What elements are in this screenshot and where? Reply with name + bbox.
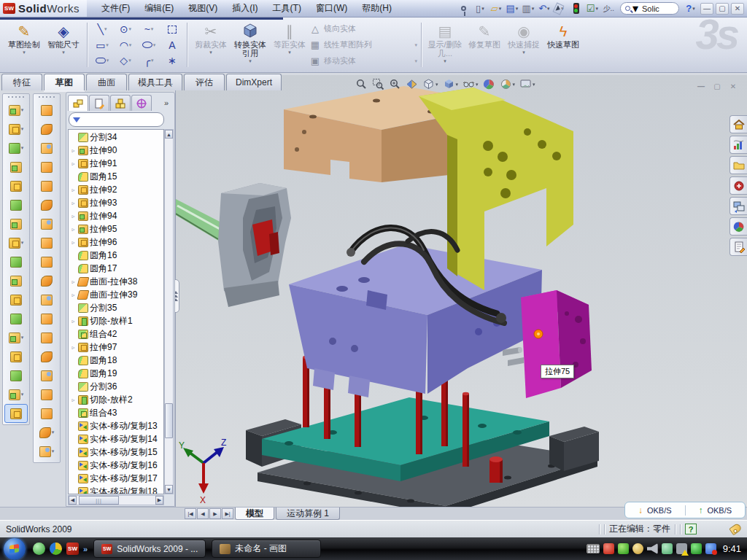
expand-arrow[interactable]: ▹ [70, 344, 77, 351]
expand-arrow[interactable]: ▹ [70, 200, 77, 206]
next-tab-button[interactable]: ▶ [209, 508, 221, 519]
tree-horizontal-scrollbar[interactable]: ◀ ||| ▶ [68, 495, 164, 505]
move-copy-body-button[interactable] [4, 309, 28, 328]
tree-item[interactable]: 分割36 [69, 380, 163, 393]
trimmed-surface-button[interactable] [35, 347, 58, 366]
tree-item[interactable]: ▹拉伸92 [69, 183, 163, 196]
doc-tab-2[interactable]: 运动算例 1 [276, 508, 340, 520]
dropdown-arrow-icon[interactable]: ▾ [288, 50, 291, 55]
boss-button[interactable] [35, 404, 58, 423]
expand-arrow[interactable]: ▹ [70, 239, 77, 246]
spline-tool[interactable]: ~▾ [138, 22, 160, 36]
solidworks-quicklaunch-icon[interactable]: SW [66, 542, 79, 555]
rib-button[interactable] [4, 195, 28, 214]
sync-tray-icon[interactable] [662, 543, 673, 554]
tree-vertical-scrollbar[interactable]: ▲ ▼ [164, 129, 174, 494]
tab-DimXpert[interactable]: DimXpert [226, 74, 282, 90]
tree-item[interactable]: ▹切除-放样1 [69, 314, 163, 327]
edit-appearance-button[interactable] [483, 78, 495, 90]
slot-tool[interactable]: ▾ [91, 53, 113, 68]
tab-模具工具[interactable]: 模具工具 [128, 74, 182, 90]
expand-arrow[interactable]: ▹ [70, 147, 77, 154]
side-core-button[interactable] [35, 309, 58, 328]
pushpin-button[interactable] [456, 1, 471, 15]
point-tool[interactable]: ∗ [161, 53, 183, 68]
tree-item[interactable]: ▹拉伸97 [69, 341, 163, 354]
print-button[interactable]: ▥▾ [520, 1, 535, 15]
dropdown-arrow-icon[interactable]: ▾ [547, 6, 550, 12]
draft-button[interactable] [35, 120, 58, 139]
design-library-tab[interactable] [729, 136, 747, 154]
dropdown-arrow-icon[interactable]: ▾ [249, 58, 252, 64]
propertymanager-tab[interactable] [89, 95, 109, 111]
dropdown-arrow-icon[interactable]: ▾ [128, 58, 131, 63]
dropdown-arrow-icon[interactable]: ▾ [107, 58, 109, 63]
boundary-boss-button[interactable] [4, 176, 28, 195]
search-input[interactable] [640, 4, 674, 14]
tab-曲面[interactable]: 曲面 [86, 74, 127, 90]
scroll-left-button[interactable]: ◀ [69, 496, 77, 505]
dropdown-arrow-icon[interactable]: ▾ [692, 6, 695, 12]
zoom-to-area-button[interactable] [372, 78, 384, 90]
tabs-overflow-button[interactable]: » [164, 98, 173, 107]
menu-6[interactable]: 窗口(W) [309, 0, 355, 17]
expand-arrow[interactable]: ▹ [70, 187, 77, 193]
circle-tool[interactable]: ⊙▾ [115, 22, 136, 36]
reference-geometry-button[interactable]: ▾ [35, 423, 58, 442]
tree-item[interactable]: ▹曲面-拉伸38 [69, 275, 163, 288]
tree-item[interactable]: 实体-移动/复制17 [69, 472, 163, 485]
prev-tab-button[interactable]: ◀ [197, 508, 209, 519]
tree-item[interactable]: ▹拉伸91 [69, 157, 163, 170]
shut-off-surface-button[interactable] [35, 214, 58, 233]
tab-草图[interactable]: 草图 [44, 74, 85, 90]
dome-button[interactable] [35, 385, 58, 404]
dropdown-arrow-icon[interactable]: ▾ [21, 335, 24, 341]
smart-dimension-button[interactable]: ◈智能尺寸▾ [44, 20, 83, 70]
arc-tool[interactable]: ◠▾ [115, 38, 136, 52]
help-button[interactable]: ?▾ [683, 1, 698, 15]
antivirus-quicklaunch-icon[interactable] [50, 542, 62, 555]
expand-arrow[interactable]: ▹ [70, 160, 77, 167]
swept-boss-button[interactable] [4, 158, 28, 176]
dropdown-arrow-icon[interactable]: ▾ [595, 6, 598, 12]
model-clamp-block[interactable] [218, 183, 291, 307]
core-button[interactable] [35, 252, 58, 271]
search-box[interactable]: ▾ [620, 2, 679, 15]
save-button[interactable]: ▤▾ [504, 1, 519, 15]
text-tool[interactable]: A [161, 38, 183, 52]
split-button[interactable] [4, 271, 28, 290]
dropdown-arrow-icon[interactable]: ▾ [153, 42, 156, 48]
zoom-in-out-button[interactable] [389, 78, 401, 90]
fillet-button[interactable]: ▾ [4, 139, 28, 158]
section-view-button[interactable] [406, 78, 418, 90]
shield-plus-tray-icon[interactable] [691, 543, 702, 554]
model-red-cylinder[interactable] [489, 456, 503, 483]
tree-item[interactable]: 实体-移动/复制14 [69, 432, 163, 446]
dropdown-arrow-icon[interactable]: ▾ [476, 82, 479, 88]
extrude-cut-button[interactable]: ▾ [4, 120, 28, 139]
view-settings-button[interactable]: ▾ [519, 78, 535, 90]
dropdown-arrow-icon[interactable]: ▾ [436, 82, 438, 88]
tree-item[interactable]: 圆角15 [69, 170, 163, 183]
tree-item[interactable]: 圆角18 [69, 354, 163, 367]
restore-button[interactable]: ▢ [716, 3, 729, 15]
appearances-tab[interactable] [729, 217, 747, 236]
messenger-quicklaunch-icon[interactable] [33, 542, 45, 555]
document-restore-button[interactable]: ▢ [711, 81, 724, 92]
scroll-down-button[interactable]: ▼ [165, 485, 173, 494]
scroll-thumb[interactable] [165, 403, 173, 438]
polygon-tool[interactable]: ◇▾ [115, 53, 136, 68]
open-button[interactable]: ▱▾ [488, 1, 503, 15]
selection-box-tool[interactable] [161, 22, 183, 36]
scroll-up-button[interactable]: ▲ [165, 130, 173, 139]
menu-1[interactable]: 文件(F) [94, 0, 137, 17]
expand-arrow[interactable]: ▹ [70, 397, 77, 403]
rectangle-tool[interactable]: ▭▾ [91, 38, 113, 52]
toolbar-grip[interactable] [38, 96, 55, 99]
undo-button[interactable]: ↶▾ [536, 1, 551, 15]
dropdown-arrow-icon[interactable]: ▾ [52, 429, 55, 435]
scroll-right-button[interactable]: ▶ [155, 496, 163, 505]
featuremanager-tab[interactable] [68, 95, 88, 111]
quick-tips-button[interactable]: ? [685, 524, 697, 534]
ellipse-tool[interactable]: ▾ [138, 38, 160, 52]
